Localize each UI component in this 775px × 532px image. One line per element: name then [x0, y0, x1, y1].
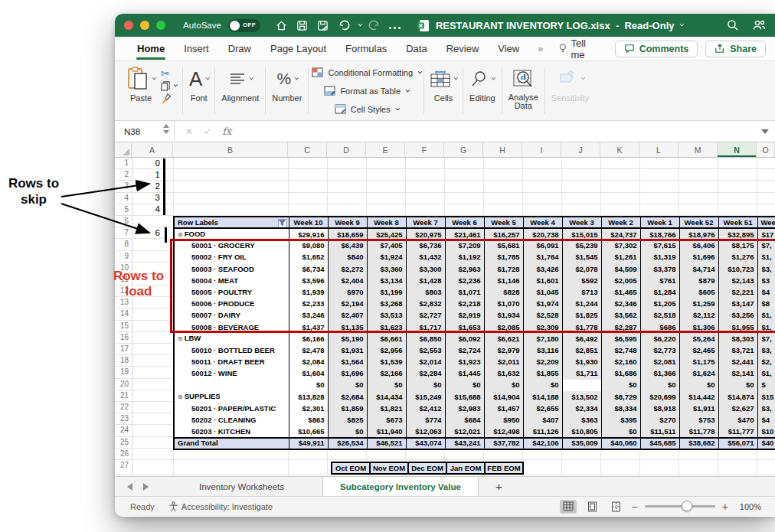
pivot-cell[interactable]: $21,461 [445, 228, 484, 240]
pivot-cell[interactable]: $2,727 [406, 310, 445, 321]
pivot-cell[interactable]: $0 [484, 380, 523, 391]
pivot-cell[interactable]: $3,246 [289, 310, 328, 321]
pivot-cell[interactable]: $37,782 [484, 438, 523, 449]
pivot-cell[interactable]: $2,005 [601, 275, 640, 286]
row-header-6[interactable]: 6 [115, 217, 129, 225]
pivot-cell[interactable]: $15,249 [406, 391, 445, 403]
row-header-20[interactable]: 20 [115, 380, 129, 388]
pivot-cell[interactable]: $1,192 [445, 252, 484, 263]
pivot-cell[interactable]: $1,601 [523, 275, 562, 286]
pivot-row-label[interactable]: 50001 · GROCERY [174, 240, 289, 251]
pivot-row[interactable]: 50002 · FRY OIL$1,652$840$1,924$1,432$1,… [174, 252, 775, 263]
pivot-row[interactable]: 50008 · BEVERAGE$1,437$1,135$1,623$1,717… [174, 321, 775, 333]
title-dropdown-icon[interactable] [680, 22, 685, 27]
pivot-row-label[interactable] [174, 380, 289, 391]
pivot-cell[interactable]: $3,426 [523, 263, 562, 275]
pivot-cell[interactable]: $2,112 [679, 310, 718, 321]
zoom-slider[interactable] [645, 505, 715, 508]
pivot-cell[interactable]: $ [757, 380, 775, 391]
name-box-spinner[interactable] [163, 124, 169, 134]
pivot-cell[interactable]: $1,931 [328, 344, 367, 356]
pivot-cell[interactable]: $1,545 [562, 252, 601, 263]
pivot-cell[interactable]: $713 [562, 286, 601, 298]
pivot-cell[interactable]: $1,437 [289, 321, 328, 333]
pivot-cell[interactable]: $12,498 [484, 426, 523, 437]
pivot-cell[interactable]: $14,874 [718, 391, 757, 403]
pivot-column-header[interactable]: Week 2 [601, 217, 640, 228]
format-painter-button[interactable] [161, 92, 176, 104]
pivot-cell[interactable]: $1, [757, 321, 775, 333]
share-people-icon[interactable] [752, 18, 766, 32]
pivot-cell[interactable]: $1,306 [679, 321, 718, 333]
tab-insert[interactable]: Insert [183, 38, 210, 59]
pivot-cell[interactable]: $43,074 [406, 438, 445, 449]
pivot-cell[interactable]: $863 [289, 414, 328, 426]
pivot-cell[interactable]: $0 [367, 380, 406, 391]
pivot-cell[interactable]: $1,974 [523, 298, 562, 309]
pivot-cell[interactable]: $2,301 [289, 403, 328, 414]
pivot-cell[interactable]: $6,492 [562, 333, 601, 344]
undo-icon[interactable] [337, 18, 351, 32]
pivot-cell[interactable]: $9,080 [289, 240, 328, 251]
column-header-O[interactable]: O [757, 142, 775, 157]
pivot-row-label[interactable]: 50002 · FRY OIL [174, 252, 289, 263]
pivot-cell[interactable]: $1,465 [601, 286, 640, 298]
row-header-18[interactable]: 18 [115, 356, 129, 364]
pivot-cell[interactable]: $2,084 [289, 356, 328, 367]
pivot-cell[interactable]: $0 [640, 380, 679, 391]
pivot-column-header[interactable]: Week 10 [289, 217, 328, 228]
pivot-row-label[interactable]: 50006 · PRODUCE [174, 298, 289, 309]
pivot-cell[interactable]: $14,188 [523, 391, 562, 403]
pivot-cell[interactable]: $3,268 [367, 298, 406, 309]
pivot-cell[interactable]: $7, [757, 333, 775, 344]
tell-me-control[interactable]: Tell me [559, 38, 597, 60]
pivot-row-label[interactable]: ⊙LBW [174, 333, 289, 344]
column-header-D[interactable]: D [327, 142, 366, 157]
pivot-cell[interactable]: $1,366 [640, 367, 679, 379]
column-header-F[interactable]: F [405, 142, 444, 157]
pivot-cell[interactable]: $1,686 [601, 367, 640, 379]
pivot-cell[interactable]: $592 [562, 275, 601, 286]
pivot-cell[interactable]: $2,441 [718, 356, 757, 367]
pivot-cell[interactable]: $6,621 [484, 333, 523, 344]
pivot-cell[interactable]: $3,513 [367, 310, 406, 321]
pivot-cell[interactable]: $1,728 [484, 263, 523, 275]
column-header-L[interactable]: L [639, 142, 679, 157]
pivot-cell[interactable]: $11,126 [523, 426, 562, 437]
pivot-cell[interactable]: $1,717 [406, 321, 445, 333]
pivot-cell[interactable]: $1,934 [484, 310, 523, 321]
pivot-cell[interactable]: $8,729 [601, 391, 640, 403]
pivot-cell[interactable]: $0 [289, 380, 328, 391]
pivot-column-header[interactable]: Week 7 [406, 217, 445, 228]
save-as-icon[interactable] [316, 18, 330, 32]
pivot-cell[interactable]: $3,134 [367, 275, 406, 286]
pivot-cell[interactable]: $1,045 [523, 286, 562, 298]
undo-dropdown-icon[interactable] [358, 22, 362, 27]
pivot-cell[interactable]: $470 [718, 414, 757, 426]
tab-page-layout[interactable]: Page Layout [270, 38, 327, 59]
pivot-cell[interactable]: $2,160 [601, 356, 640, 367]
pivot-cell[interactable]: $15,015 [562, 228, 601, 240]
pivot-row-label[interactable]: ⊙SUPPLIES [174, 391, 289, 403]
pivot-cell[interactable]: $5,239 [562, 240, 601, 251]
pivot-cell[interactable]: $1,696 [679, 252, 718, 263]
pivot-cell[interactable]: $3,562 [601, 310, 640, 321]
tab-review[interactable]: Review [446, 38, 480, 59]
copy-button[interactable] [161, 80, 176, 92]
tab-draw[interactable]: Draw [227, 38, 252, 59]
pivot-cell[interactable]: $14,442 [679, 391, 718, 403]
row-header-23[interactable]: 23 [115, 414, 129, 423]
pivot-cell[interactable]: $2,553 [406, 344, 445, 356]
pivot-cell[interactable]: $1,923 [445, 356, 484, 367]
pivot-cell[interactable]: $6,406 [679, 240, 718, 251]
pivot-cell[interactable]: $7,615 [640, 240, 679, 251]
pivot-cell[interactable]: $18,659 [328, 228, 367, 240]
row-header-27[interactable]: 27 [115, 461, 129, 469]
pivot-cell[interactable]: $1,205 [640, 298, 679, 309]
pivot-cell[interactable]: $1,711 [562, 367, 601, 379]
pivot-cell[interactable]: $2,081 [640, 356, 679, 367]
pivot-cell[interactable]: $6,439 [328, 240, 367, 251]
pivot-cell[interactable]: $2,832 [406, 298, 445, 309]
pivot-row[interactable]: ⊙FOOD$29,916$18,659$25,425$20,975$21,461… [174, 228, 775, 240]
conditional-formatting-button[interactable]: Conditional Formatting [312, 67, 420, 77]
